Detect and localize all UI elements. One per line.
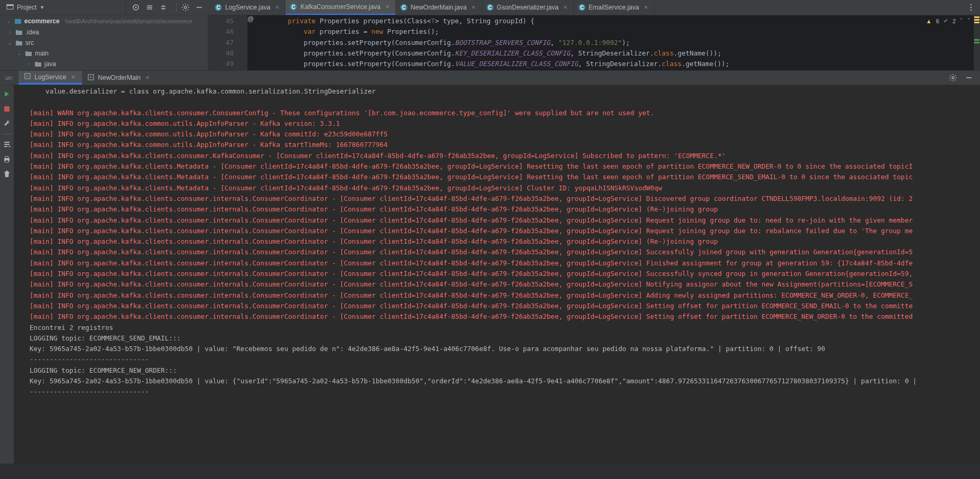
svg-point-4 xyxy=(184,6,187,8)
svg-text:C: C xyxy=(488,5,492,11)
settings-button[interactable] xyxy=(179,1,192,14)
chevron-down-icon[interactable]: ⌄ xyxy=(6,19,12,24)
topbar: Project ▼ CLogService.java×CKafkaConsume… xyxy=(0,0,980,15)
tree-label: main xyxy=(35,50,49,57)
svg-text:C: C xyxy=(216,5,220,11)
editor-tab[interactable]: CLogService.java× xyxy=(210,0,285,15)
java-class-icon: C xyxy=(578,4,586,11)
tree-label: src xyxy=(25,39,34,47)
scroll-to-end-button[interactable] xyxy=(1,139,13,150)
run-settings-button[interactable] xyxy=(946,71,960,85)
project-label: Project xyxy=(17,4,36,11)
svg-rect-1 xyxy=(7,4,13,6)
folder-icon xyxy=(15,28,23,36)
select-opened-file-button[interactable] xyxy=(129,1,143,14)
run-sidebar xyxy=(0,85,14,464)
tree-label: java xyxy=(44,60,56,68)
folder-icon xyxy=(15,39,23,47)
run-tab[interactable]: NewOrderMain× xyxy=(82,71,156,85)
tab-label: GsonDeserializer.java xyxy=(497,4,559,11)
tree-label: .idea xyxy=(25,29,39,36)
close-icon[interactable]: × xyxy=(144,74,151,81)
tab-label: EmailService.java xyxy=(589,4,639,11)
run-header: un: LogService×NewOrderMain× xyxy=(0,71,980,85)
tree-root-path: \\wsl$\Arch\home\joao\intellij\projects\… xyxy=(65,18,192,24)
delete-button[interactable] xyxy=(1,168,13,180)
svg-point-15 xyxy=(970,4,972,5)
collapse-all-button[interactable] xyxy=(156,1,170,14)
svg-rect-22 xyxy=(4,106,10,112)
more-button[interactable] xyxy=(964,1,978,14)
java-class-icon: C xyxy=(215,4,222,11)
run-hide-button[interactable] xyxy=(962,71,976,85)
svg-text:C: C xyxy=(580,5,584,11)
tree-root-label: ecommerce xyxy=(24,17,60,25)
tree-arrow-icon[interactable]: ⌄ xyxy=(17,51,22,56)
tree-arrow-icon[interactable]: › xyxy=(7,30,13,35)
close-icon[interactable]: × xyxy=(384,3,391,11)
editor-tab[interactable]: CGsonDeserializer.java× xyxy=(482,0,574,15)
tree-item[interactable]: ⌄main xyxy=(0,48,208,59)
close-icon[interactable]: × xyxy=(470,4,477,11)
svg-text:C: C xyxy=(292,4,295,10)
run-config-icon xyxy=(24,72,31,81)
tree-root[interactable]: ⌄ ecommerce \\wsl$\Arch\home\joao\intell… xyxy=(0,15,208,27)
java-class-icon: C xyxy=(486,4,494,11)
hide-button[interactable] xyxy=(192,1,206,14)
wrench-button[interactable] xyxy=(1,118,13,130)
main-area: ⌄ ecommerce \\wsl$\Arch\home\joao\intell… xyxy=(0,15,980,70)
close-icon[interactable]: × xyxy=(273,4,281,11)
run-tab[interactable]: LogService× xyxy=(19,71,82,85)
tab-label: KafkaConsumerService.java xyxy=(300,3,380,11)
console-output[interactable]: value.deserializer = class org.apache.ka… xyxy=(14,85,980,464)
rerun-button[interactable] xyxy=(1,88,13,100)
editor-tab[interactable]: CEmailService.java× xyxy=(574,0,654,15)
run-label: un: xyxy=(0,75,19,81)
svg-point-16 xyxy=(970,7,972,8)
java-class-icon: C xyxy=(400,4,408,11)
tab-label: NewOrderMain.java xyxy=(411,4,467,11)
run-tool-window: un: LogService×NewOrderMain× value.deser… xyxy=(0,70,980,464)
gutter-annotation-icon[interactable]: @ xyxy=(247,15,254,70)
error-stripe[interactable] xyxy=(974,15,980,70)
tree-arrow-icon[interactable]: ⌄ xyxy=(7,40,13,45)
code-editor[interactable]: ▲6 ✔2 ˄ ˅ 4546474849 @ private Propertie… xyxy=(208,15,980,70)
editor-tab[interactable]: CNewOrderMain.java× xyxy=(396,0,482,15)
close-icon[interactable]: × xyxy=(642,4,650,11)
stop-button[interactable] xyxy=(1,103,13,115)
run-tab-label: LogService xyxy=(34,73,66,81)
svg-rect-25 xyxy=(5,160,8,162)
expand-all-button[interactable] xyxy=(143,1,156,14)
run-config-icon xyxy=(87,73,95,82)
tree-item[interactable]: ⌄src xyxy=(0,38,208,48)
run-tab-label: NewOrderMain xyxy=(98,74,141,81)
tree-item[interactable]: ›.idea xyxy=(0,27,208,38)
editor-content[interactable]: private Properties properties(Class<T> t… xyxy=(254,15,974,70)
project-icon xyxy=(6,3,14,12)
svg-point-3 xyxy=(135,7,137,8)
svg-point-17 xyxy=(970,10,972,11)
editor-tab[interactable]: CKafkaConsumerService.java× xyxy=(285,0,395,15)
print-button[interactable] xyxy=(1,153,13,165)
close-icon[interactable]: × xyxy=(69,73,77,81)
svg-point-21 xyxy=(952,77,954,79)
project-toolbar xyxy=(129,1,206,14)
folder-icon xyxy=(34,60,42,68)
editor-tabs: CLogService.java×CKafkaConsumerService.j… xyxy=(210,0,654,15)
svg-text:C: C xyxy=(402,5,405,11)
tab-label: LogService.java xyxy=(225,4,270,11)
editor-gutter[interactable]: 4546474849 xyxy=(208,15,247,70)
module-icon xyxy=(14,17,22,25)
svg-rect-18 xyxy=(15,19,21,24)
tree-arrow-icon[interactable]: › xyxy=(26,61,32,67)
close-icon[interactable]: × xyxy=(562,4,569,11)
project-tree[interactable]: ⌄ ecommerce \\wsl$\Arch\home\joao\intell… xyxy=(0,15,208,70)
project-tool-window-header[interactable]: Project ▼ xyxy=(0,0,126,15)
run-tabs: LogService×NewOrderMain× xyxy=(19,71,156,85)
java-class-icon: C xyxy=(290,3,297,11)
tree-item[interactable]: ›java xyxy=(0,59,208,69)
chevron-down-icon: ▼ xyxy=(40,5,44,10)
folder-icon xyxy=(24,49,33,58)
